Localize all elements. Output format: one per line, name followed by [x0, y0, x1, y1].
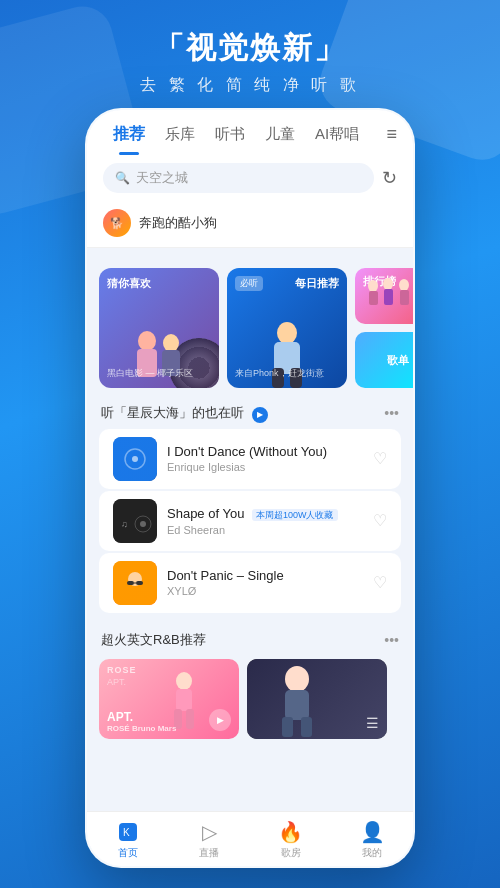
section2-header: 超火英文R&B推荐 •••: [87, 619, 413, 655]
song-artist-3: XYLØ: [167, 585, 363, 597]
nav-tab-library[interactable]: 乐库: [155, 125, 205, 154]
nav-mine-label: 我的: [362, 846, 382, 860]
song-heart-2[interactable]: ♡: [373, 511, 387, 530]
card-guess-subtitle: 黑白电影 — 椰子乐区: [107, 368, 211, 380]
svg-rect-35: [301, 717, 312, 737]
cards-row: 猜你喜欢 黑白电影 — 椰子乐区: [87, 268, 413, 388]
play-small-icon[interactable]: ▶: [252, 407, 268, 423]
svg-rect-25: [127, 581, 134, 585]
song-item-3[interactable]: Don't Panic – Single XYLØ ♡: [99, 553, 401, 613]
rnb-cards: ROSE APT. APT. ROSÉ Bruno Mars: [87, 655, 413, 747]
header-section: 「视觉焕新」 去 繁 化 简 纯 净 听 歌: [0, 0, 500, 96]
search-bar: 🔍 天空之城 ↻: [87, 155, 413, 203]
rnb-card-1-title: APT. ROSÉ Bruno Mars: [107, 710, 176, 733]
nav-item-home[interactable]: K 首页: [87, 820, 169, 860]
svg-point-32: [285, 666, 309, 692]
svg-point-4: [277, 322, 297, 344]
user-name: 奔跑的酷小狗: [139, 214, 217, 232]
svg-rect-29: [176, 689, 192, 711]
nav-home-label: 首页: [118, 846, 138, 860]
phone-mockup: 推荐 乐库 听书 儿童 AI帮唱 ≡ 🔍 天空之城 ↻ 🐕: [85, 108, 415, 868]
card-daily-subtitle: 来自Phonk，赶龙街意: [235, 367, 339, 380]
song-info-2: Shape of You 本周超100W人收藏 Ed Sheeran: [157, 506, 373, 536]
bottom-nav: K 首页 ▷ 直播 🔥 歌房 👤 我的: [87, 811, 413, 866]
svg-point-0: [138, 331, 156, 351]
section1-header: 听「星辰大海」的也在听 ▶ •••: [87, 392, 413, 429]
svg-text:♫: ♫: [121, 519, 128, 529]
svg-rect-34: [282, 717, 293, 737]
mine-icon: 👤: [360, 820, 385, 844]
section2-title: 超火英文R&B推荐: [101, 631, 384, 649]
card-daily[interactable]: 每日推荐 必听 来自Phonk，赶: [227, 268, 347, 388]
user-row[interactable]: 🐕 奔跑的酷小狗: [87, 203, 413, 248]
menu-icon[interactable]: ≡: [386, 124, 397, 155]
svg-rect-33: [285, 690, 309, 720]
song-badge-2: 本周超100W人收藏: [252, 509, 338, 521]
song-heart-1[interactable]: ♡: [373, 449, 387, 468]
card-rank[interactable]: 排行榜: [355, 268, 413, 324]
nav-item-mine[interactable]: 👤 我的: [332, 820, 414, 860]
search-icon: 🔍: [115, 171, 130, 185]
live-icon: ▷: [202, 820, 217, 844]
song-item-2[interactable]: ♫ Shape of You 本周超100W人收藏 Ed Sheeran ♡: [99, 491, 401, 551]
home-icon: K: [116, 820, 140, 844]
search-placeholder: 天空之城: [136, 169, 188, 187]
song-item-1[interactable]: I Don't Dance (Without You) Enrique Igle…: [99, 429, 401, 489]
song-info-3: Don't Panic – Single XYLØ: [157, 568, 373, 597]
svg-rect-13: [400, 290, 409, 305]
card-daily-badge: 必听: [235, 276, 263, 291]
app-content: 推荐 乐库 听书 儿童 AI帮唱 ≡ 🔍 天空之城 ↻ 🐕: [87, 110, 413, 866]
song-thumb-1: [113, 437, 157, 481]
svg-point-10: [383, 278, 393, 290]
card-playlist-title: 歌单: [387, 353, 409, 368]
svg-point-22: [140, 521, 146, 527]
search-input-wrap[interactable]: 🔍 天空之城: [103, 163, 374, 193]
phone-frame: 推荐 乐库 听书 儿童 AI帮唱 ≡ 🔍 天空之城 ↻ 🐕: [85, 108, 415, 868]
section2-more[interactable]: •••: [384, 632, 399, 648]
nav-songroom-label: 歌房: [281, 846, 301, 860]
header-title: 「视觉焕新」: [0, 28, 500, 69]
svg-rect-9: [369, 291, 378, 305]
svg-text:K: K: [123, 827, 130, 838]
nav-tab-ai[interactable]: AI帮唱: [305, 125, 369, 154]
song-name-1: I Don't Dance (Without You): [167, 444, 363, 459]
song-info-1: I Don't Dance (Without You) Enrique Igle…: [157, 444, 373, 473]
nav-tab-audiobook[interactable]: 听书: [205, 125, 255, 154]
rnb-card-2[interactable]: ☰: [247, 659, 387, 739]
header-subtitle: 去 繁 化 简 纯 净 听 歌: [0, 75, 500, 96]
svg-point-8: [368, 280, 378, 292]
nav-tab-recommend[interactable]: 推荐: [103, 124, 155, 155]
card-guess-title: 猜你喜欢: [107, 276, 151, 291]
songroom-icon: 🔥: [278, 820, 303, 844]
avatar: 🐕: [103, 209, 131, 237]
card-guess[interactable]: 猜你喜欢 黑白电影 — 椰子乐区: [99, 268, 219, 388]
cards-right: 排行榜: [355, 268, 413, 388]
song-artist-1: Enrique Iglesias: [167, 461, 363, 473]
rnb-play-icon[interactable]: ▶: [209, 709, 231, 731]
song-artist-2: Ed Sheeran: [167, 524, 363, 536]
svg-point-28: [176, 672, 192, 690]
svg-rect-11: [384, 289, 393, 305]
nav-item-songroom[interactable]: 🔥 歌房: [250, 820, 332, 860]
section1-more[interactable]: •••: [384, 405, 399, 421]
rank-art: [358, 274, 413, 324]
nav-tab-children[interactable]: 儿童: [255, 125, 305, 154]
rnb-card-1[interactable]: ROSE APT. APT. ROSÉ Bruno Mars: [99, 659, 239, 739]
nav-item-live[interactable]: ▷ 直播: [169, 820, 251, 860]
song-heart-3[interactable]: ♡: [373, 573, 387, 592]
song-thumb-3: [113, 561, 157, 605]
svg-point-12: [399, 279, 409, 291]
svg-rect-26: [136, 581, 143, 585]
nav-live-label: 直播: [199, 846, 219, 860]
song-thumb-2: ♫: [113, 499, 157, 543]
scroll-area[interactable]: 猜你喜欢 黑白电影 — 椰子乐区: [87, 248, 413, 811]
card-playlist[interactable]: 歌单: [355, 332, 413, 388]
svg-point-2: [163, 334, 179, 352]
section1-title: 听「星辰大海」的也在听 ▶: [101, 404, 384, 423]
card-daily-title: 每日推荐: [295, 276, 339, 291]
scan-icon[interactable]: ↻: [382, 167, 397, 189]
nav-tabs: 推荐 乐库 听书 儿童 AI帮唱 ≡: [103, 124, 397, 155]
rnb-list-icon[interactable]: ☰: [366, 715, 379, 731]
song-name-3: Don't Panic – Single: [167, 568, 363, 583]
svg-rect-31: [186, 709, 194, 729]
